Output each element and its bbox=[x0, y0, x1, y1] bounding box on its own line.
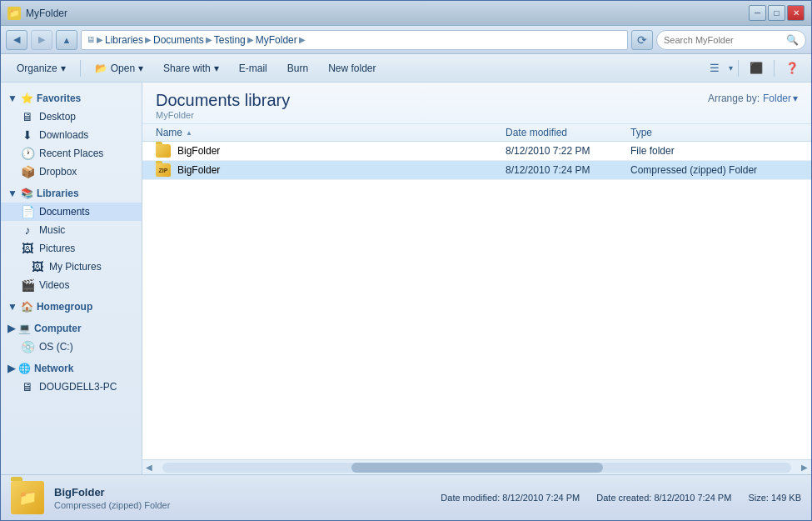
breadcrumb-libraries[interactable]: Libraries bbox=[105, 34, 143, 46]
close-button[interactable]: ✕ bbox=[787, 5, 805, 21]
sidebar-label-desktop: Desktop bbox=[39, 111, 76, 123]
col-header-date[interactable]: Date modified bbox=[506, 127, 630, 138]
minimize-button[interactable]: ─ bbox=[749, 5, 766, 21]
library-info: Documents library MyFolder bbox=[156, 91, 290, 120]
arrange-by-button[interactable]: Folder ▾ bbox=[763, 93, 798, 104]
toolbar: Organize ▾ 📂 Open ▾ Share with ▾ E-mail … bbox=[1, 54, 811, 83]
sidebar-item-pictures[interactable]: 🖼 Pictures bbox=[1, 239, 142, 258]
sidebar-item-dougdell3-pc[interactable]: 🖥 DOUGDELL3-PC bbox=[1, 378, 142, 396]
refresh-button[interactable]: ⟳ bbox=[631, 30, 653, 50]
breadcrumb-myfolder[interactable]: MyFolder bbox=[256, 34, 297, 46]
homegroup-icon: 🏠 bbox=[21, 301, 33, 313]
sidebar-item-downloads[interactable]: ⬇ Downloads bbox=[1, 126, 142, 144]
view-details-button[interactable]: ☰ bbox=[702, 58, 727, 79]
libraries-arrow: ▼ bbox=[7, 188, 17, 199]
search-input[interactable] bbox=[664, 35, 783, 45]
col-header-type[interactable]: Type bbox=[630, 127, 798, 138]
homegroup-label: Homegroup bbox=[37, 301, 92, 313]
sidebar-label-documents: Documents bbox=[39, 206, 90, 218]
hscroll-left-button[interactable]: ◀ bbox=[142, 463, 156, 472]
search-icon: 🔍 bbox=[786, 34, 799, 46]
toolbar-separator-1 bbox=[80, 60, 81, 77]
hscroll-thumb[interactable] bbox=[351, 463, 603, 473]
desktop-icon: 🖥 bbox=[21, 110, 34, 123]
videos-icon: 🎬 bbox=[21, 278, 34, 292]
preview-pane-button[interactable]: ⬛ bbox=[744, 58, 769, 79]
sidebar-item-dropbox[interactable]: 📦 Dropbox bbox=[1, 163, 142, 181]
sidebar-item-recent-places[interactable]: 🕐 Recent Places bbox=[1, 144, 142, 163]
email-button[interactable]: E-mail bbox=[230, 58, 276, 79]
sidebar-item-documents[interactable]: 📄 Documents bbox=[1, 203, 142, 221]
file-name-1: BigFolder bbox=[156, 144, 506, 158]
status-file-type: Compressed (zipped) Folder bbox=[54, 500, 431, 510]
maximize-button[interactable]: □ bbox=[768, 5, 785, 21]
content-area: Documents library MyFolder Arrange by: F… bbox=[142, 83, 811, 474]
hscroll-track bbox=[162, 463, 791, 473]
breadcrumb: 🖥 ▶ Libraries ▶ Documents ▶ Testing ▶ My… bbox=[81, 30, 628, 50]
col-name-label: Name bbox=[156, 127, 182, 138]
status-date-modified-label: Date modified: bbox=[441, 493, 500, 503]
pictures-icon: 🖼 bbox=[21, 242, 34, 255]
status-date-modified-value: 8/12/2010 7:24 PM bbox=[502, 493, 580, 503]
new-folder-button[interactable]: New folder bbox=[319, 58, 385, 79]
sidebar-item-os-c[interactable]: 💿 OS (C:) bbox=[1, 338, 142, 356]
network-header[interactable]: ▶ 🌐 Network bbox=[1, 359, 142, 378]
hscroll-right-button[interactable]: ▶ bbox=[798, 463, 811, 472]
breadcrumb-documents[interactable]: Documents bbox=[153, 34, 204, 46]
folder-icon-1 bbox=[156, 144, 171, 158]
organize-button[interactable]: Organize ▾ bbox=[7, 58, 75, 79]
my-pictures-icon: 🖼 bbox=[31, 260, 44, 273]
forward-button[interactable]: ▶ bbox=[31, 30, 52, 50]
documents-icon: 📄 bbox=[21, 205, 34, 218]
share-with-button[interactable]: Share with ▾ bbox=[154, 58, 228, 79]
file-type-2: Compressed (zipped) Folder bbox=[630, 164, 798, 176]
sidebar-item-my-pictures[interactable]: 🖼 My Pictures bbox=[1, 258, 142, 276]
homegroup-section: ▼ 🏠 Homegroup bbox=[1, 298, 142, 316]
favorites-header[interactable]: ▼ ⭐ Favorites bbox=[1, 89, 142, 108]
horizontal-scrollbar[interactable]: ◀ ▶ bbox=[142, 459, 811, 474]
table-row[interactable]: ZIP BigFolder 8/12/2010 7:24 PM Compress… bbox=[142, 161, 811, 180]
homegroup-arrow: ▼ bbox=[7, 301, 17, 313]
sidebar-item-desktop[interactable]: 🖥 Desktop bbox=[1, 108, 142, 126]
status-file-name: BigFolder bbox=[54, 486, 431, 498]
homegroup-header[interactable]: ▼ 🏠 Homegroup bbox=[1, 298, 142, 316]
file-name-label-1: BigFolder bbox=[177, 145, 220, 157]
sidebar-label-dougdell3-pc: DOUGDELL3-PC bbox=[39, 381, 117, 393]
recent-places-icon: 🕐 bbox=[21, 147, 34, 160]
libraries-header[interactable]: ▼ 📚 Libraries bbox=[1, 184, 142, 203]
libraries-icon: 📚 bbox=[21, 188, 33, 199]
up-button[interactable]: ▲ bbox=[56, 30, 77, 50]
disk-icon: 💿 bbox=[21, 340, 34, 353]
library-subtitle: MyFolder bbox=[156, 110, 290, 120]
pc-icon: 🖥 bbox=[21, 380, 34, 393]
network-section: ▶ 🌐 Network 🖥 DOUGDELL3-PC bbox=[1, 359, 142, 396]
back-button[interactable]: ◀ bbox=[6, 30, 27, 50]
library-title: Documents library bbox=[156, 91, 290, 110]
window-icon: 📁 bbox=[7, 7, 21, 20]
file-date-2: 8/12/2010 7:24 PM bbox=[506, 164, 630, 176]
sidebar-item-videos[interactable]: 🎬 Videos bbox=[1, 276, 142, 294]
libraries-section: ▼ 📚 Libraries 📄 Documents ♪ Music 🖼 Pict… bbox=[1, 184, 142, 294]
sidebar-label-os-c: OS (C:) bbox=[39, 341, 73, 353]
column-headers: Name ▲ Date modified Type bbox=[142, 124, 811, 142]
arrange-by-dropdown-icon: ▾ bbox=[793, 93, 798, 104]
music-icon: ♪ bbox=[21, 223, 34, 237]
open-button[interactable]: 📂 Open ▾ bbox=[86, 58, 152, 79]
col-header-name[interactable]: Name ▲ bbox=[156, 127, 506, 138]
share-with-dropdown-icon: ▾ bbox=[214, 63, 219, 74]
file-date-1: 8/12/2010 7:22 PM bbox=[506, 145, 630, 157]
sidebar: ▼ ⭐ Favorites 🖥 Desktop ⬇ Downloads 🕐 Re… bbox=[1, 83, 142, 474]
sidebar-item-music[interactable]: ♪ Music bbox=[1, 221, 142, 239]
table-row[interactable]: BigFolder 8/12/2010 7:22 PM File folder bbox=[142, 142, 811, 161]
col-type-label: Type bbox=[630, 127, 652, 138]
file-type-1: File folder bbox=[630, 145, 798, 157]
computer-header[interactable]: ▶ 💻 Computer bbox=[1, 319, 142, 338]
help-button[interactable]: ❓ bbox=[780, 58, 805, 79]
status-date-created-label: Date created: bbox=[596, 493, 651, 503]
breadcrumb-testing[interactable]: Testing bbox=[214, 34, 246, 46]
arrange-by-value: Folder bbox=[763, 93, 791, 104]
view-dropdown-icon: ▾ bbox=[729, 63, 733, 73]
burn-button[interactable]: Burn bbox=[278, 58, 317, 79]
open-icon: 📂 bbox=[95, 63, 107, 74]
favorites-arrow: ▼ bbox=[7, 93, 17, 104]
